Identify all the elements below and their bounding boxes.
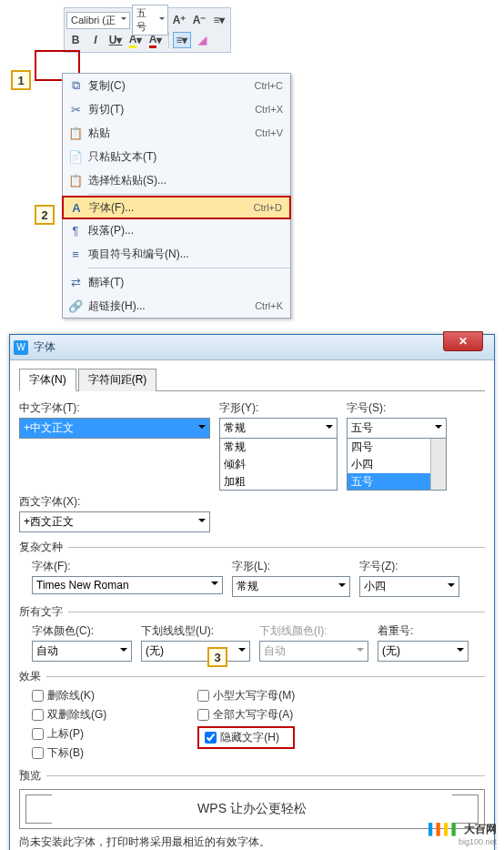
tab-font[interactable]: 字体(N) [19,369,76,391]
label-font-color: 字体颜色(C): [32,623,132,639]
complex-style-select[interactable]: 常规 [232,576,350,597]
complex-size-select[interactable]: 小四 [359,576,459,597]
menu-paste-special[interactable]: 📋 选择性粘贴(S)... [63,168,290,192]
bullets-icon: ≡ [63,248,88,261]
dialog-title: 字体 [34,339,55,355]
paste-icon: 📋 [63,126,88,140]
translate-icon: ⇄ [63,276,88,289]
complex-font-select[interactable]: Times New Roman [32,576,223,594]
align-button[interactable]: ≡▾ [173,32,191,48]
chinese-font-select[interactable]: +中文正文 [19,418,210,439]
link-icon: 🔗 [63,299,88,313]
context-menu: ⧉ 复制(C) Ctrl+C ✂ 剪切(T) Ctrl+X 📋 粘贴 Ctrl+… [62,73,291,319]
app-icon: W [14,340,28,355]
line-spacing-icon[interactable]: ≡▾ [210,12,228,28]
menu-paste-text[interactable]: 📄 只粘贴文本(T) [63,145,290,168]
preview-text: WPS 让办公更轻松 [197,801,307,817]
checkbox-hidden[interactable]: 隐藏文字(H) [205,730,287,745]
increase-font-button[interactable]: A⁺ [170,12,188,28]
effects-header: 效果 [19,669,485,684]
font-icon: A [64,201,89,215]
checkbox-double-strike[interactable]: 双删除线(G) [32,707,106,723]
underline-select[interactable]: (无) [141,641,250,662]
menu-copy[interactable]: ⧉ 复制(C) Ctrl+C [63,74,290,97]
menu-paste[interactable]: 📋 粘贴 Ctrl+V [63,121,290,145]
font-size-select[interactable]: 五号 [132,5,168,35]
label-complex-style: 字形(L): [232,559,350,574]
label-underline: 下划线线型(U): [141,623,250,639]
menu-font[interactable]: A 字体(F)... Ctrl+D [62,196,291,219]
label-western-font: 西文字体(X): [19,494,210,510]
preview-header: 预览 [19,768,485,784]
checkbox-superscript[interactable]: 上标(P) [32,726,106,742]
step-label-1: 1 [11,70,31,90]
checkbox-smallcaps[interactable]: 小型大写字母(M) [197,688,295,703]
cut-icon: ✂ [63,103,88,116]
menu-hyperlink[interactable]: 🔗 超链接(H)... Ctrl+K [63,294,290,318]
formatting-toolbar: Calibri (正 五号 A⁺ A⁻ ≡▾ B I U▾ A▾ A▾ ≡▾ ◢ [64,7,231,53]
checkbox-allcaps[interactable]: 全部大写字母(A) [197,707,295,723]
label-style: 字形(Y): [219,400,338,416]
decrease-font-button[interactable]: A⁻ [190,12,208,28]
tab-spacing[interactable]: 字符间距(R) [78,369,157,391]
size-listbox[interactable]: 四号 小四 五号 [347,438,447,491]
bold-button[interactable]: B [66,32,85,48]
paste-text-icon: 📄 [63,150,88,164]
checkbox-subscript[interactable]: 下标(B) [32,745,106,761]
menu-paragraph[interactable]: ¶ 段落(P)... [63,218,290,242]
label-complex-font: 字体(F): [32,559,223,574]
label-underline-color: 下划线颜色(I): [259,623,368,639]
label-chinese-font: 中文字体(T): [19,400,210,416]
step-label-3: 3 [207,647,227,667]
menu-bullets[interactable]: ≡ 项目符号和编号(N)... [63,242,290,266]
eraser-icon[interactable]: ◢ [193,32,211,48]
paste-special-icon: 📋 [63,174,88,187]
hidden-text-highlight: 隐藏文字(H) [197,726,295,749]
copy-icon: ⧉ [63,78,88,93]
label-emphasis: 着重号: [378,623,469,639]
checkbox-strikethrough[interactable]: 删除线(K) [32,688,106,703]
menu-translate[interactable]: ⇄ 翻译(T) [63,270,290,294]
label-complex-size: 字号(Z): [359,559,459,574]
menu-cut[interactable]: ✂ 剪切(T) Ctrl+X [63,97,290,121]
watermark: ▌▌▌▌ 大百网 big100.net [428,818,497,846]
style-listbox[interactable]: 常规 倾斜 加粗 [219,438,338,491]
complex-header: 复杂文种 [19,540,485,555]
emphasis-select[interactable]: (无) [378,641,469,662]
western-font-select[interactable]: +西文正文 [19,511,210,532]
style-input[interactable]: 常规 [219,418,338,438]
font-dialog: W 字体 ✕ 字体(N) 字符间距(R) 中文字体(T): +中文正文 字形(Y… [9,334,495,850]
italic-button[interactable]: I [86,32,105,48]
step-label-2: 2 [35,205,55,225]
label-size: 字号(S): [347,400,447,416]
underline-color-select: 自动 [259,641,368,662]
font-color-select[interactable]: 自动 [32,641,132,662]
close-button[interactable]: ✕ [443,331,483,351]
size-input[interactable]: 五号 [347,418,447,438]
font-name-select[interactable]: Calibri (正 [66,12,130,29]
alltext-header: 所有文字 [19,604,485,620]
paragraph-icon: ¶ [63,224,88,238]
preview-box: WPS 让办公更轻松 [19,789,485,829]
underline-button[interactable]: U▾ [106,32,125,48]
dialog-titlebar[interactable]: W 字体 [10,335,494,360]
font-note: 尚未安装此字体，打印时将采用最相近的有效字体。 [19,835,485,850]
